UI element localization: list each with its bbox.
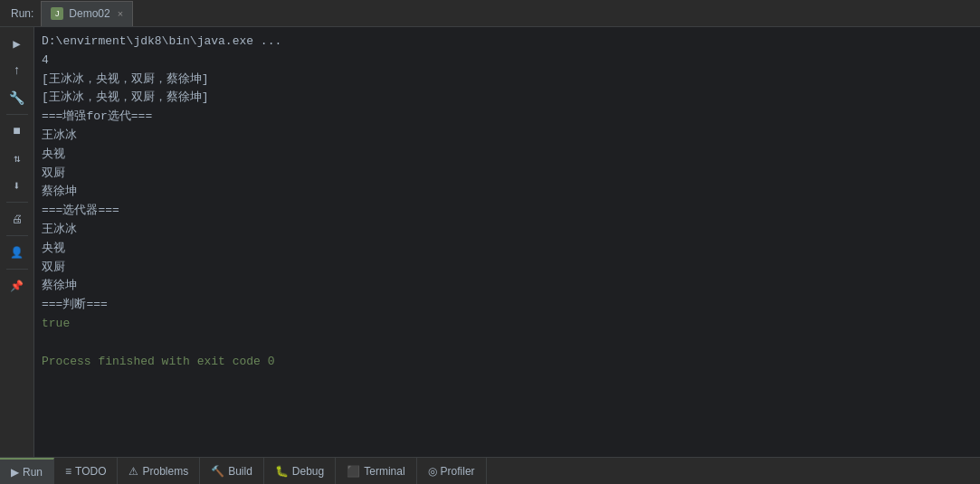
debug-icon: 🐛: [275, 465, 289, 478]
debug-label: Debug: [292, 465, 324, 478]
tab-bar: Run: J Demo02 ×: [0, 0, 980, 27]
bottom-toolbar: ▶ Run ≡ TODO ⚠ Problems 🔨 Build 🐛 Debug …: [0, 457, 980, 484]
console-line-item-6: 央视: [42, 240, 973, 259]
console-line-item-3: 双厨: [42, 165, 973, 184]
rerun-button[interactable]: ⇅: [5, 146, 30, 171]
run-bottom-button[interactable]: ▶ Run: [0, 458, 54, 484]
console-line-item-2: 央视: [42, 146, 973, 165]
console-line-item-4: 蔡徐坤: [42, 183, 973, 202]
console-output: D:\envirment\jdk8\bin\java.exe ... 4 [王冰…: [34, 27, 980, 457]
console-line-section-1: ===增强for选代===: [42, 108, 973, 127]
problems-icon: ⚠: [128, 465, 138, 478]
terminal-label: Terminal: [364, 465, 404, 478]
wrench-button[interactable]: 🔧: [5, 85, 30, 110]
run-bottom-label: Run: [23, 466, 43, 479]
build-icon: 🔨: [211, 465, 224, 478]
toolbar-separator-3: [6, 235, 28, 236]
console-line-number: 4: [42, 52, 973, 71]
pin-button[interactable]: 📌: [5, 273, 30, 299]
console-line-path: D:\envirment\jdk8\bin\java.exe ...: [42, 33, 973, 52]
console-line-item-5: 王冰冰: [42, 221, 973, 240]
person-button[interactable]: 👤: [5, 240, 30, 265]
problems-button[interactable]: ⚠ Problems: [118, 458, 200, 484]
console-line-true: true: [42, 315, 973, 334]
profiler-button[interactable]: ◎ Profiler: [417, 458, 487, 484]
todo-icon: ≡: [65, 465, 71, 478]
print-button[interactable]: 🖨: [5, 206, 30, 232]
main-area: ▶ ↑ 🔧 ■ ⇅ ⬇ 🖨 👤 📌 D:\envirment\jdk8\bin\…: [0, 27, 980, 457]
console-line-process: Process finished with exit code 0: [42, 353, 973, 372]
todo-label: TODO: [75, 465, 106, 478]
profiler-icon: ◎: [428, 465, 437, 478]
download-button[interactable]: ⬇: [5, 173, 30, 198]
tab-label: Demo02: [69, 7, 109, 20]
run-label: Run:: [4, 7, 41, 20]
toolbar-separator-2: [6, 202, 28, 203]
console-line-array-2: [王冰冰，央视，双厨，蔡徐坤]: [42, 89, 973, 108]
tab-close-button[interactable]: ×: [118, 8, 123, 19]
up-button[interactable]: ↑: [5, 58, 30, 83]
tab-icon: J: [51, 7, 63, 20]
console-line-array-1: [王冰冰，央视，双厨，蔡徐坤]: [42, 71, 973, 90]
console-line-item-1: 王冰冰: [42, 127, 973, 146]
problems-label: Problems: [142, 465, 188, 478]
left-toolbar: ▶ ↑ 🔧 ■ ⇅ ⬇ 🖨 👤 📌: [0, 27, 34, 457]
console-line-blank: [42, 334, 973, 353]
toolbar-separator: [6, 114, 28, 115]
profiler-label: Profiler: [441, 465, 475, 478]
terminal-icon: ⬛: [347, 465, 360, 478]
build-button[interactable]: 🔨 Build: [200, 458, 264, 484]
debug-button[interactable]: 🐛 Debug: [264, 458, 336, 484]
run-bottom-icon: ▶: [11, 466, 19, 479]
demo02-tab[interactable]: J Demo02 ×: [41, 1, 133, 26]
console-line-item-8: 蔡徐坤: [42, 277, 973, 296]
console-line-section-2: ===选代器===: [42, 202, 973, 221]
stop-button[interactable]: ■: [5, 119, 30, 144]
run-button[interactable]: ▶: [5, 31, 30, 56]
console-line-item-7: 双厨: [42, 259, 973, 278]
terminal-button[interactable]: ⬛ Terminal: [336, 458, 416, 484]
todo-button[interactable]: ≡ TODO: [54, 458, 118, 484]
toolbar-separator-4: [6, 269, 28, 270]
build-label: Build: [228, 465, 252, 478]
console-line-section-3: ===判断===: [42, 296, 973, 315]
